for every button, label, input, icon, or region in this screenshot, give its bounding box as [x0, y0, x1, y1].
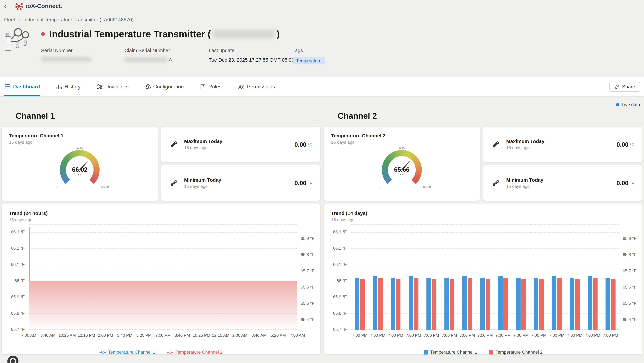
tab-bar: Dashboard History Downlinks Configuratio… — [0, 77, 644, 97]
tab-configuration[interactable]: Configuration — [144, 77, 184, 96]
trend-card-14d: Trend (14 days) 15 days ago 66.3 °F66.2 … — [324, 204, 642, 354]
tab-permissions[interactable]: Permissions — [237, 77, 275, 96]
gauge-value: 65.66 — [394, 166, 410, 173]
bar-channel1 — [570, 278, 574, 330]
plot-area[interactable] — [351, 224, 620, 330]
x-tick-label: 7:00 PM — [603, 333, 618, 338]
legend-item[interactable]: Temperature Channel 2 — [167, 350, 222, 355]
y-tick-label: 65.5 °F — [623, 301, 636, 306]
tab-downlinks[interactable]: Downlinks — [96, 77, 129, 96]
link-icon — [614, 84, 620, 89]
y-tick-label: 66.2 °F — [333, 246, 347, 251]
gauge-card-title: Temperature Channel 1 — [9, 133, 150, 139]
breadcrumb-item-fleet[interactable]: Fleet — [4, 17, 15, 22]
x-tick-label: 12:15 PM — [78, 333, 95, 338]
last-update-label: Last update — [209, 48, 292, 53]
y-tick-label: 65.9 °F — [333, 295, 347, 299]
y-tick-label: 65.7 °F — [11, 327, 25, 332]
bar-channel2 — [432, 279, 436, 330]
stat-subtitle: 15 days ago — [184, 145, 222, 150]
bar-channel1 — [588, 276, 592, 330]
bar-channel2 — [378, 278, 383, 330]
gauge-min-label: 0 — [56, 185, 58, 188]
x-tick-label: 7:00 PM — [460, 333, 475, 338]
flag-icon — [200, 84, 206, 90]
device-status-dot — [41, 32, 45, 36]
stat-value: 0.00°F — [616, 179, 634, 187]
x-tick-label: 7:00 PM — [156, 333, 171, 338]
redacted-device-id — [212, 30, 275, 38]
y-tick-label: 66 °F — [14, 278, 25, 283]
y-tick-label: 65.8 °F — [11, 311, 25, 316]
stat-subtitle: 15 days ago — [506, 184, 544, 189]
bar-channel2 — [575, 279, 580, 330]
legend-item[interactable]: Temperature Channel 1 — [100, 350, 155, 355]
live-dot-icon — [616, 103, 619, 106]
back-button[interactable]: ‹ — [2, 3, 9, 10]
legend-swatch — [424, 350, 428, 355]
gridline — [351, 232, 620, 233]
history-chart-icon — [56, 84, 62, 90]
temperature-gauge: 65.66 °F 50.00 0 100.00 — [382, 150, 422, 190]
claim-serial-label: Claim Serial Number — [124, 48, 209, 53]
device-meta: Serial Number Claim Serial Number A Last… — [41, 48, 644, 64]
bar-channel2 — [557, 278, 562, 330]
y-tick-label: 66 °F — [336, 278, 347, 283]
legend-line-marker — [100, 352, 106, 353]
stat-subtitle: 15 days ago — [506, 145, 544, 150]
y-tick-label: 65.8 °F — [333, 311, 347, 316]
x-tick-label: 5:20 PM — [136, 333, 152, 338]
redacted-serial-number — [41, 57, 91, 62]
share-button[interactable]: Share — [609, 82, 640, 92]
x-tick-label: 7:00 PM — [406, 333, 421, 338]
legend-item[interactable]: Temperature Channel 1 — [424, 350, 478, 355]
plot-area[interactable] — [29, 224, 298, 330]
live-data-indicator: Live data — [2, 97, 642, 107]
gridline — [351, 265, 620, 265]
bar-channel1 — [355, 278, 359, 330]
trend-card-24h: Trend (24 hours) 15 days ago 66.3 °F66.2… — [2, 204, 320, 354]
y-tick-label: 65.6 °F — [301, 285, 314, 289]
x-tick-label: 7:00 PM — [352, 333, 368, 338]
tab-dashboard[interactable]: Dashboard — [4, 77, 40, 96]
legend-item[interactable]: Temperature Channel 2 — [489, 350, 543, 355]
x-tick-label: 7:00 PM — [370, 333, 385, 338]
max-today-card-channel2: Maximum Today 15 days ago 0.00°F — [483, 127, 642, 162]
bar-channel1 — [408, 276, 413, 330]
device-header: Industrial Temperature Transmitter ( ) S… — [0, 23, 644, 77]
bar-channel1 — [373, 276, 377, 330]
live-data-label: Live data — [622, 102, 640, 107]
breadcrumb-item-device[interactable]: Industrial Temperature Transmitter (LA66… — [23, 17, 134, 22]
tab-history[interactable]: History — [56, 77, 81, 96]
stat-title: Minimum Today — [506, 177, 544, 183]
x-tick-label: 7:00 PM — [585, 333, 600, 338]
x-tick-label: 2:00 AM — [232, 333, 247, 338]
gauge-card-subtitle: 15 days ago — [331, 140, 472, 145]
channel1-section: Channel 1 Temperature Channel 1 15 days … — [2, 107, 320, 354]
trend-title: Trend (14 days) — [331, 210, 635, 216]
gauge-mid-label: 50.00 — [398, 146, 405, 149]
gauge-value: 66.02 — [72, 166, 88, 173]
x-tick-label: 7:00 AM — [21, 333, 36, 338]
chat-fab-icon — [10, 358, 16, 363]
stat-title: Maximum Today — [184, 139, 222, 144]
x-tick-label: 3:40 AM — [252, 333, 266, 338]
chart-legend: Temperature Channel 1Temperature Channel… — [324, 350, 642, 355]
y-tick-label: 65.7 °F — [333, 327, 347, 332]
bar-channel2 — [450, 279, 454, 330]
bar-channel1 — [444, 278, 449, 330]
x-tick-label: 7:00 PM — [388, 333, 403, 338]
x-tick-label: 7:00 PM — [567, 333, 582, 338]
breadcrumb: Fleet › Industrial Temperature Transmitt… — [0, 12, 644, 23]
trend-chart-24h: 66.3 °F66.2 °F66.1 °F66 °F65.9 °F65.8 °F… — [2, 224, 320, 357]
y-tick-label: 65.9 °F — [11, 295, 25, 299]
x-tick-label: 7:00 PM — [424, 333, 439, 338]
y-tick-label: 65.8 °F — [623, 252, 636, 257]
redacted-claim-serial — [124, 57, 167, 62]
brand[interactable]: ioX-Connect. — [15, 2, 62, 11]
breadcrumb-separator-icon: › — [18, 17, 20, 22]
bar-channel1 — [516, 278, 520, 330]
y-tick-label: 65.5 °F — [301, 301, 314, 306]
x-tick-label: 3:40 PM — [117, 333, 132, 338]
tab-rules[interactable]: Rules — [200, 77, 222, 96]
